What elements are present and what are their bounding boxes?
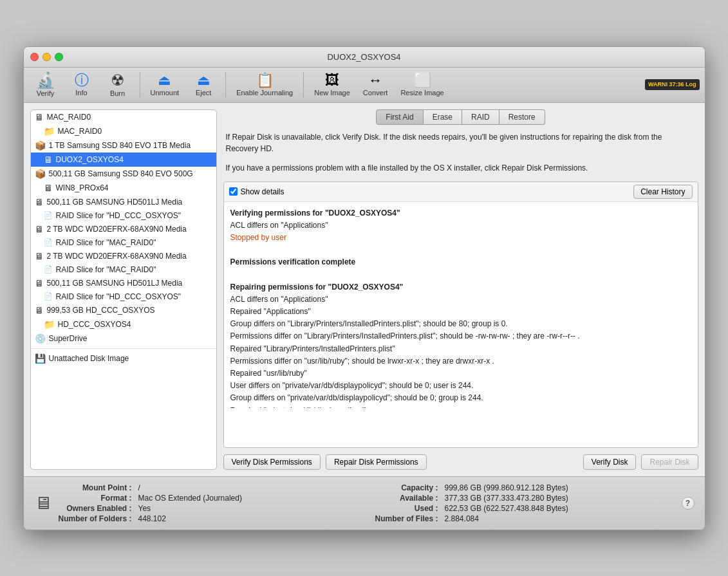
disk-image-icon: 💾 xyxy=(35,353,46,364)
status-drive-icon: 🖥 xyxy=(34,492,52,514)
new-image-label: New Image xyxy=(314,89,350,97)
volume-icon: 🖥 xyxy=(44,183,53,193)
verify-disk-button[interactable]: Verify Disk xyxy=(583,454,637,470)
eject-icon: ⏏ xyxy=(197,73,210,88)
sidebar-item-samsung-500-1[interactable]: 📦 500,11 GB Samsung SSD 840 EVO 500G xyxy=(31,167,216,181)
unmount-button[interactable]: ⏏ Unmount xyxy=(145,71,185,99)
log-entry-11: User differs on "private/var/db/displayp… xyxy=(230,380,691,392)
minimize-button[interactable] xyxy=(42,53,51,61)
sidebar-item-wdc-2tb-2[interactable]: 🖥 2 TB WDC WD20EFRX-68AX9N0 Media xyxy=(31,249,216,263)
log-content[interactable]: Verifying permissions for "DUOX2_OSXYOS4… xyxy=(224,202,698,408)
log-entry-2: Permissions verification complete xyxy=(230,256,691,268)
log-entry-3: Repairing permissions for "DUOX2_OSXYOS4… xyxy=(230,281,691,293)
maximize-button[interactable] xyxy=(55,53,63,61)
log-entry-0: Verifying permissions for "DUOX2_OSXYOS4… xyxy=(230,207,691,219)
burn-button[interactable]: ☢ Burn xyxy=(101,70,135,100)
sidebar-item-raid-mac-1[interactable]: 📄 RAID Slice for "MAC_RAID0" xyxy=(31,236,216,249)
log-perm-complete: Permissions verification complete xyxy=(230,257,356,266)
show-details-checkbox[interactable] xyxy=(229,187,238,196)
sidebar-item-hd-ccc-vol[interactable]: 📁 HD_CCC_OSXYOS4 xyxy=(31,317,216,331)
mount-point-label: Mount Point : xyxy=(59,483,132,492)
log-entry-8: Repaired "Library/Printers/InstalledPrin… xyxy=(230,343,691,355)
sidebar-item-raid-mac-2[interactable]: 📄 RAID Slice for "MAC_RAID0" xyxy=(31,263,216,276)
burn-label: Burn xyxy=(110,89,125,97)
bottom-buttons: Verify Disk Permissions Repair Disk Perm… xyxy=(223,454,698,470)
superdrive-icon: 💿 xyxy=(35,333,46,344)
folders-value: 448.102 xyxy=(138,514,369,523)
close-button[interactable] xyxy=(30,53,39,61)
sidebar-item-raid-hd-ccc-2[interactable]: 📄 RAID Slice for "HD_CCC_OSXYOS" xyxy=(31,290,216,303)
sidebar-item-samsung-hd501-2[interactable]: 🖥 500,11 GB SAMSUNG HD501LJ Media xyxy=(31,276,216,290)
show-details-label[interactable]: Show details xyxy=(229,187,285,196)
bottom-buttons-right: Verify Disk Repair Disk xyxy=(583,454,698,470)
sidebar-item-superdrive[interactable]: 💿 SuperDrive xyxy=(31,331,216,346)
sidebar-item-label: 2 TB WDC WD20EFRX-68AX9N0 Media xyxy=(47,225,187,234)
capacity-value: 999,86 GB (999.860.912.128 Bytes) xyxy=(445,483,675,492)
sidebar-item-mac-raid0-vol[interactable]: 📁 MAC_RAID0 xyxy=(31,124,216,138)
tab-erase[interactable]: Erase xyxy=(424,109,462,125)
sidebar-item-wdc-2tb-1[interactable]: 🖥 2 TB WDC WD20EFRX-68AX9N0 Media xyxy=(31,222,216,236)
resize-image-button[interactable]: ⬜ Resize Image xyxy=(395,71,449,99)
log-repair-header: Repairing permissions for "DUOX2_OSXYOS4… xyxy=(230,283,404,292)
sidebar-item-label: SuperDrive xyxy=(49,334,88,343)
sidebar-item-hd-ccc-drive[interactable]: 🖥 999,53 GB HD_CCC_OSXYOS xyxy=(31,303,216,317)
help-button[interactable]: ? xyxy=(682,497,695,510)
raid-slice-icon: 📄 xyxy=(44,211,53,219)
eject-button[interactable]: ⏏ Eject xyxy=(187,71,220,99)
sidebar-item-label: RAID Slice for "HD_CCC_OSXYOS" xyxy=(56,211,182,220)
tab-raid[interactable]: RAID xyxy=(462,109,499,125)
owners-label: Owners Enabled : xyxy=(59,504,132,513)
info-label: Info xyxy=(75,89,87,97)
new-image-button[interactable]: 🖼 New Image xyxy=(309,71,355,99)
sidebar-item-label: WIN8_PROx64 xyxy=(56,183,109,192)
eject-label: Eject xyxy=(196,89,211,97)
drive-icon: 🖥 xyxy=(35,251,44,261)
sidebar-item-label: 500,11 GB SAMSUNG HD501LJ Media xyxy=(47,198,183,207)
log-button[interactable]: WARNI 37:36 Log xyxy=(645,79,700,90)
files-label: Number of Files : xyxy=(375,514,438,523)
unmount-icon: ⏏ xyxy=(158,73,171,88)
repair-disk-permissions-button[interactable]: Repair Disk Permissions xyxy=(326,454,427,470)
convert-icon: ↔ xyxy=(368,73,382,88)
convert-button[interactable]: ↔ Convert xyxy=(358,71,393,99)
available-value: 377,33 GB (377.333.473.280 Bytes) xyxy=(445,494,675,503)
log-entry-4: ACL differs on "Applications" xyxy=(230,293,691,306)
verify-button[interactable]: 🔬 Verify xyxy=(29,70,62,100)
log-entry-1: ACL differs on "Applications" xyxy=(230,219,691,232)
verify-label: Verify xyxy=(37,89,55,97)
sidebar-item-unattached[interactable]: 💾 Unattached Disk Image xyxy=(31,351,216,366)
sidebar-item-samsung-1tb[interactable]: 📦 1 TB Samsung SSD 840 EVO 1TB Media xyxy=(31,138,216,153)
tab-first-aid[interactable]: First Aid xyxy=(376,109,423,125)
verify-disk-permissions-button[interactable]: Verify Disk Permissions xyxy=(223,454,321,470)
sidebar-item-label: HD_CCC_OSXYOS4 xyxy=(58,320,131,329)
tab-restore[interactable]: Restore xyxy=(499,109,545,125)
sidebar-item-raid-hd-ccc[interactable]: 📄 RAID Slice for "HD_CCC_OSXYOS" xyxy=(31,209,216,222)
format-label: Format : xyxy=(59,494,132,503)
repair-disk-button[interactable]: Repair Disk xyxy=(641,454,698,470)
sidebar-item-win8[interactable]: 🖥 WIN8_PROx64 xyxy=(31,181,216,195)
sidebar-item-duox2[interactable]: 🖥 DUOX2_OSXYOS4 xyxy=(31,153,216,167)
raid-slice-icon: 📄 xyxy=(44,265,53,274)
bottom-buttons-left: Verify Disk Permissions Repair Disk Perm… xyxy=(223,454,427,470)
sidebar-item-mac-raid0-drive[interactable]: 🖥 MAC_RAID0 xyxy=(31,110,216,124)
drive-icon: 🖥 xyxy=(35,224,44,234)
sidebar-divider xyxy=(31,348,216,349)
info-button[interactable]: ⓘ Info xyxy=(65,71,98,99)
new-image-icon: 🖼 xyxy=(325,73,339,88)
sidebar-item-label: MAC_RAID0 xyxy=(47,113,91,122)
volume-icon: 📁 xyxy=(44,126,55,136)
enable-journaling-icon: 📋 xyxy=(256,73,274,88)
main-window: DUOX2_OSXYOS4 🔬 Verify ⓘ Info ☢ Burn ⏏ U… xyxy=(23,46,705,530)
enable-journaling-button[interactable]: 📋 Enable Journaling xyxy=(231,71,298,99)
clear-history-button[interactable]: Clear History xyxy=(633,185,692,199)
files-value: 2.884.084 xyxy=(445,514,675,523)
sidebar-item-label: MAC_RAID0 xyxy=(58,127,102,136)
toolbar: 🔬 Verify ⓘ Info ☢ Burn ⏏ Unmount ⏏ Eject… xyxy=(24,68,705,103)
sidebar: 🖥 MAC_RAID0 📁 MAC_RAID0 📦 1 TB Samsung S… xyxy=(30,109,217,470)
volume-icon: 📁 xyxy=(44,319,55,330)
capacity-label: Capacity : xyxy=(375,483,438,492)
show-details-text: Show details xyxy=(241,187,285,196)
drive-icon: 🖥 xyxy=(35,112,44,122)
owners-value: Yes xyxy=(138,504,369,513)
sidebar-item-samsung-hd501-1[interactable]: 🖥 500,11 GB SAMSUNG HD501LJ Media xyxy=(31,195,216,209)
